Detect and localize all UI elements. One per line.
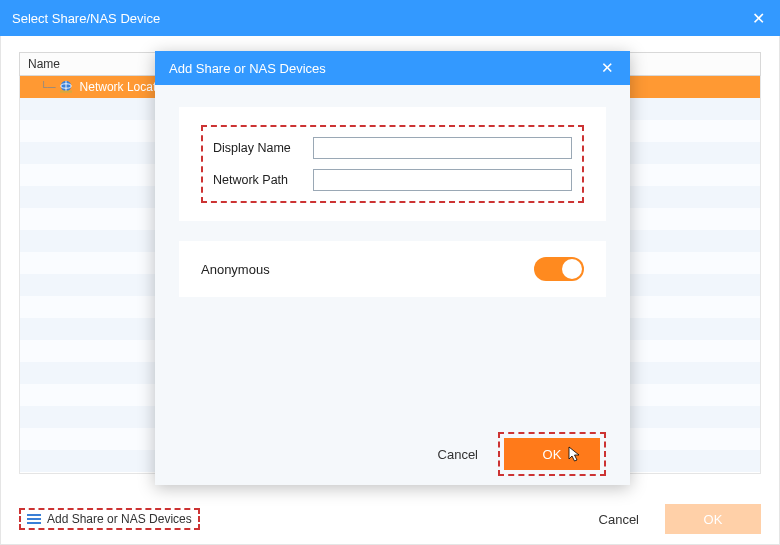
cursor-icon <box>568 446 582 464</box>
tree-connector-icon: └─ <box>40 81 56 93</box>
fields-panel: Display Name Network Path <box>179 107 606 221</box>
parent-ok-label: OK <box>704 512 723 527</box>
svg-rect-5 <box>27 522 41 524</box>
list-icon <box>27 513 41 525</box>
parent-ok-button[interactable]: OK <box>665 504 761 534</box>
svg-rect-2 <box>60 91 72 93</box>
add-share-dialog: Add Share or NAS Devices ✕ Display Name … <box>155 51 630 485</box>
add-share-link[interactable]: Add Share or NAS Devices <box>19 508 200 530</box>
parent-close-icon[interactable]: ✕ <box>748 9 768 28</box>
network-path-label: Network Path <box>213 173 307 187</box>
modal-titlebar: Add Share or NAS Devices ✕ <box>155 51 630 85</box>
modal-title: Add Share or NAS Devices <box>169 61 598 76</box>
anonymous-toggle[interactable] <box>534 257 584 281</box>
modal-body: Display Name Network Path Anonymous <box>155 85 630 429</box>
svg-rect-4 <box>27 518 41 520</box>
parent-cancel-button[interactable]: Cancel <box>599 512 639 527</box>
parent-titlebar: Select Share/NAS Device ✕ <box>0 0 780 36</box>
ok-highlight: OK <box>498 432 606 476</box>
add-share-link-label: Add Share or NAS Devices <box>47 512 192 526</box>
modal-ok-label: OK <box>543 447 562 462</box>
modal-ok-button[interactable]: OK <box>504 438 600 470</box>
toggle-knob-icon <box>562 259 582 279</box>
network-path-row: Network Path <box>213 169 572 191</box>
modal-cancel-button[interactable]: Cancel <box>438 447 478 462</box>
fields-highlight: Display Name Network Path <box>201 125 584 203</box>
grid-header-name: Name <box>28 57 60 71</box>
parent-title: Select Share/NAS Device <box>12 11 748 26</box>
network-location-icon <box>58 80 74 94</box>
modal-footer: Cancel OK <box>155 429 630 485</box>
display-name-row: Display Name <box>213 137 572 159</box>
svg-rect-3 <box>27 514 41 516</box>
modal-close-icon[interactable]: ✕ <box>598 59 616 77</box>
anonymous-panel: Anonymous <box>179 241 606 297</box>
anonymous-label: Anonymous <box>201 262 534 277</box>
network-path-input[interactable] <box>313 169 572 191</box>
parent-footer: Add Share or NAS Devices Cancel OK <box>19 504 761 534</box>
display-name-input[interactable] <box>313 137 572 159</box>
display-name-label: Display Name <box>213 141 307 155</box>
